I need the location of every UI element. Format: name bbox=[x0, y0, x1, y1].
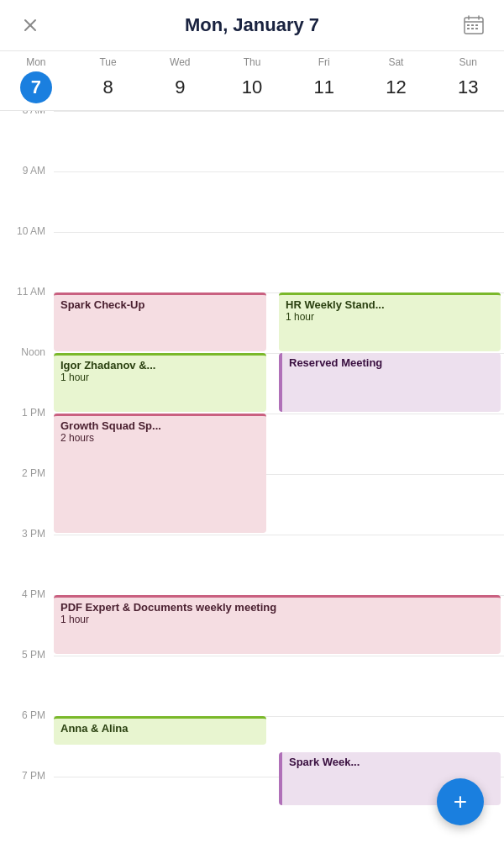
header-title: Mon, January 7 bbox=[185, 14, 319, 36]
day-number: 11 bbox=[308, 71, 340, 103]
day-label: Sun bbox=[459, 56, 476, 68]
hour-line bbox=[54, 535, 504, 595]
event-duration: 1 hour bbox=[60, 372, 260, 383]
event-block-growth-squad[interactable]: Growth Squad Sp...2 hours bbox=[54, 414, 266, 533]
event-title: HR Weekly Stand... bbox=[286, 298, 494, 311]
event-block-igor-zhadanov[interactable]: Igor Zhadanov &...1 hour bbox=[54, 353, 266, 412]
svg-rect-6 bbox=[467, 24, 470, 26]
event-block-anna-alina[interactable]: Anna & Alina bbox=[54, 716, 266, 745]
time-label: 11 AM bbox=[0, 286, 54, 298]
calendar-icon-button[interactable] bbox=[459, 10, 489, 40]
app-container: Mon, January 7 Mon7Tue8Wed9Thu10Fri11Sat… bbox=[0, 0, 504, 859]
week-day-cell[interactable]: Sun13 bbox=[432, 56, 504, 103]
event-block-pdf-expert[interactable]: PDF Expert & Documents weekly meeting1 h… bbox=[54, 595, 501, 654]
time-label: 4 PM bbox=[0, 588, 54, 600]
event-block-spark-checkup[interactable]: Spark Check-Up bbox=[54, 292, 266, 351]
hour-line bbox=[54, 232, 504, 292]
day-label: Wed bbox=[170, 56, 190, 68]
svg-rect-7 bbox=[471, 24, 474, 26]
time-label: 3 PM bbox=[0, 528, 54, 540]
hour-row: 5 PM bbox=[0, 656, 504, 716]
day-label: Sat bbox=[388, 56, 403, 68]
event-title: Anna & Alina bbox=[60, 722, 260, 735]
week-day-cell[interactable]: Wed9 bbox=[144, 56, 216, 103]
event-title: PDF Expert & Documents weekly meeting bbox=[60, 601, 494, 614]
event-duration: 2 hours bbox=[60, 432, 260, 444]
hour-line bbox=[54, 656, 504, 716]
hour-row: 3 PM bbox=[0, 535, 504, 595]
week-day-cell[interactable]: Sat12 bbox=[360, 56, 433, 103]
event-duration: 1 hour bbox=[60, 614, 494, 625]
time-label: 1 PM bbox=[0, 407, 54, 419]
event-block-hr-weekly[interactable]: HR Weekly Stand...1 hour bbox=[279, 292, 501, 351]
event-title: Reserved Meeting bbox=[289, 356, 494, 369]
day-number: 9 bbox=[164, 71, 196, 103]
time-label: 2 PM bbox=[0, 467, 54, 479]
day-label: Mon bbox=[26, 56, 45, 68]
time-label: 10 AM bbox=[0, 225, 54, 237]
day-number: 7 bbox=[20, 71, 52, 103]
time-label: Noon bbox=[0, 346, 54, 358]
event-title: Spark Check-Up bbox=[60, 298, 260, 311]
time-label: 7 PM bbox=[0, 770, 54, 782]
svg-rect-10 bbox=[471, 28, 474, 29]
time-label: 8 AM bbox=[0, 111, 54, 116]
svg-rect-8 bbox=[475, 24, 478, 26]
day-number: 13 bbox=[452, 71, 484, 103]
close-button[interactable] bbox=[15, 10, 45, 40]
plus-icon: + bbox=[454, 788, 467, 815]
svg-rect-11 bbox=[475, 28, 478, 29]
hour-line bbox=[54, 111, 504, 171]
event-title: Growth Squad Sp... bbox=[60, 419, 260, 432]
week-day-cell[interactable]: Fri11 bbox=[288, 56, 360, 103]
header: Mon, January 7 bbox=[0, 0, 504, 51]
event-title: Spark Week... bbox=[289, 756, 494, 768]
calendar-grid[interactable]: 8 AM9 AM10 AM11 AMNoon1 PM2 PM3 PM4 PM5 … bbox=[0, 111, 504, 859]
week-day-cell[interactable]: Tue8 bbox=[72, 56, 144, 103]
hour-line bbox=[54, 171, 504, 232]
week-day-cell[interactable]: Mon7 bbox=[0, 56, 72, 103]
day-number: 12 bbox=[380, 71, 412, 103]
hour-row: 10 AM bbox=[0, 232, 504, 292]
svg-rect-9 bbox=[467, 28, 470, 29]
time-label: 6 PM bbox=[0, 709, 54, 721]
day-label: Fri bbox=[318, 56, 330, 68]
time-label: 5 PM bbox=[0, 649, 54, 661]
day-number: 10 bbox=[236, 71, 268, 103]
add-event-button[interactable]: + bbox=[437, 778, 484, 825]
hour-row: 9 AM bbox=[0, 171, 504, 232]
day-label: Tue bbox=[99, 56, 116, 68]
day-number: 8 bbox=[92, 71, 124, 103]
time-label: 9 AM bbox=[0, 165, 54, 177]
hour-row: 8 AM bbox=[0, 111, 504, 171]
week-row: Mon7Tue8Wed9Thu10Fri11Sat12Sun13 bbox=[0, 51, 504, 111]
week-day-cell[interactable]: Thu10 bbox=[216, 56, 288, 103]
day-label: Thu bbox=[244, 56, 261, 68]
event-duration: 1 hour bbox=[286, 311, 494, 323]
event-block-reserved-meeting[interactable]: Reserved Meeting bbox=[279, 353, 501, 412]
event-title: Igor Zhadanov &... bbox=[60, 359, 260, 372]
